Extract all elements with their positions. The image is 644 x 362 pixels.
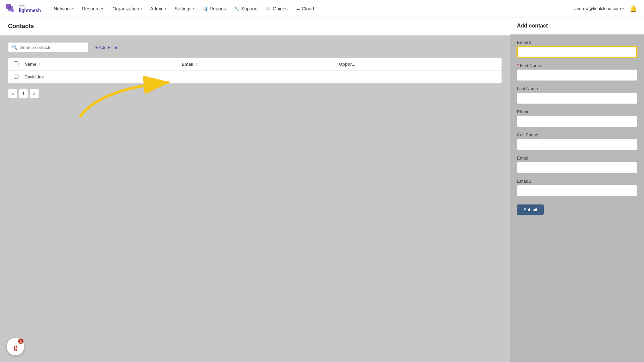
next-page-button[interactable]: > <box>30 89 39 98</box>
page-wrapper: Contacts 🔍 + Add Filter <box>0 17 644 362</box>
email-input[interactable] <box>517 162 637 173</box>
email2-top-input[interactable] <box>517 46 637 58</box>
table-header-row: Name ⇅ Email ⇅ Oppor... <box>8 58 501 71</box>
panel-body: Email 2 First Name Last Name Phone Cell … <box>510 35 644 220</box>
email2-input[interactable] <box>517 185 637 196</box>
email2-label: Email 2 <box>517 179 637 184</box>
email2-top-label: Email 2 <box>517 40 637 45</box>
org-chevron: ▾ <box>141 7 142 10</box>
last-name-group: Last Name <box>517 86 637 104</box>
content-area: 🔍 + Add Filter Name ⇅ <box>0 36 510 105</box>
first-name-input[interactable] <box>517 69 637 81</box>
search-input[interactable] <box>20 45 85 50</box>
nav-right-section: andrew@tidalcloud.com ▾ 🔔 <box>572 3 639 14</box>
row-select-checkbox[interactable] <box>14 74 18 79</box>
email-sort-icon: ⇅ <box>196 63 199 66</box>
header-checkbox-cell[interactable] <box>14 61 24 67</box>
column-header-other: Oppor... <box>339 62 496 67</box>
svg-rect-2 <box>11 9 14 12</box>
select-all-checkbox[interactable] <box>14 61 18 66</box>
add-contact-panel: Add contact Email 2 First Name Last Name… <box>510 17 644 362</box>
cell-phone-group: Cell Phone <box>517 132 637 150</box>
logo-lightmesh-text: lightmesh <box>19 8 41 13</box>
logo[interactable]: tidal lightmesh <box>5 3 41 14</box>
reports-chart-icon: 📊 <box>203 6 208 11</box>
phone-label: Phone <box>517 109 637 114</box>
cloud-icon: ☁ <box>296 6 300 11</box>
settings-chevron: ▾ <box>193 7 195 10</box>
cell-phone-label: Cell Phone <box>517 132 637 137</box>
row-checkbox-cell[interactable] <box>14 74 24 80</box>
table-row[interactable]: David Joe <box>8 71 501 83</box>
last-name-label: Last Name <box>517 86 637 91</box>
column-header-name[interactable]: Name ⇅ <box>24 62 182 67</box>
nav-settings[interactable]: Settings ▾ <box>171 4 198 13</box>
page-1-button[interactable]: 1 <box>19 89 28 98</box>
toolbar: 🔍 + Add Filter <box>8 42 502 52</box>
column-header-email[interactable]: Email ⇅ <box>182 62 339 67</box>
page-title: Contacts <box>8 23 502 30</box>
panel-header: Add contact <box>510 17 644 35</box>
main-content: Contacts 🔍 + Add Filter <box>0 17 510 362</box>
search-box[interactable]: 🔍 <box>8 42 89 52</box>
prev-page-button[interactable]: < <box>8 89 17 98</box>
top-navigation: tidal lightmesh Network ▾ Resources Orga… <box>0 0 644 17</box>
phone-group: Phone <box>517 109 637 127</box>
logo-icon <box>5 3 16 14</box>
search-icon: 🔍 <box>12 45 17 50</box>
cell-phone-input[interactable] <box>517 139 637 150</box>
network-chevron: ▾ <box>72 7 74 10</box>
nav-cloud[interactable]: ☁ Cloud <box>292 4 318 13</box>
submit-button[interactable]: Submit <box>517 204 544 215</box>
first-name-label: First Name <box>517 63 637 68</box>
notification-bell[interactable]: 🔔 <box>628 3 639 14</box>
grading-badge[interactable]: g 1 <box>7 338 24 355</box>
email-group: Email <box>517 156 637 173</box>
name-sort-icon: ⇅ <box>39 63 42 66</box>
phone-input[interactable] <box>517 116 637 127</box>
nav-admin[interactable]: Admin ▾ <box>147 4 170 13</box>
contact-name[interactable]: David Joe <box>24 74 182 79</box>
pagination: < 1 > <box>8 89 502 98</box>
email-label: Email <box>517 156 637 161</box>
add-filter-button[interactable]: + Add Filter <box>93 43 120 52</box>
user-chevron: ▾ <box>622 7 624 10</box>
last-name-input[interactable] <box>517 93 637 104</box>
nav-resources[interactable]: Resources <box>78 4 108 13</box>
guides-book-icon: 📖 <box>266 6 271 11</box>
nav-network[interactable]: Network ▾ <box>50 4 77 13</box>
nav-user-menu[interactable]: andrew@tidalcloud.com ▾ <box>572 5 627 12</box>
email2-top-group: Email 2 <box>517 40 637 58</box>
panel-title: Add contact <box>517 23 637 29</box>
nav-support[interactable]: 🔧 Support <box>231 4 261 13</box>
grading-letter: g <box>13 342 17 351</box>
admin-chevron: ▾ <box>165 7 166 10</box>
page-header: Contacts <box>0 17 510 36</box>
nav-organization[interactable]: Organization ▾ <box>109 4 145 13</box>
support-wrench-icon: 🔧 <box>234 6 239 11</box>
grading-notification-count: 1 <box>18 339 23 344</box>
nav-guides[interactable]: 📖 Guides <box>262 4 291 13</box>
email2-group: Email 2 <box>517 179 637 196</box>
nav-reports[interactable]: 📊 Reports <box>199 4 229 13</box>
first-name-group: First Name <box>517 63 637 81</box>
contacts-table: Name ⇅ Email ⇅ Oppor... David Joe <box>8 58 502 83</box>
